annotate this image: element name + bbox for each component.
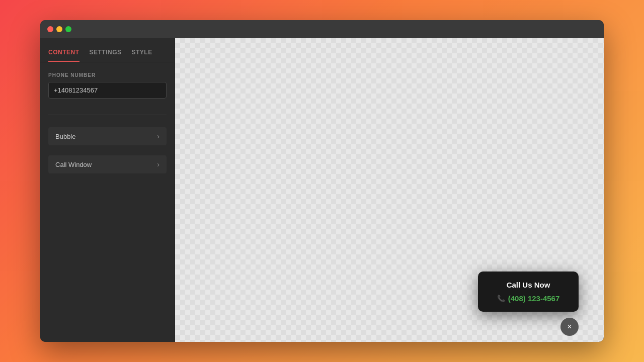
call-window-widget: Call Us Now 📞 (408) 123-4567 (478, 272, 579, 312)
tab-bar: CONTENT SETTINGS STYLE (40, 38, 175, 62)
sidebar-body: PHONE NUMBER Bubble › Call Window › (40, 62, 175, 186)
phone-number-label: PHONE NUMBER (48, 72, 167, 78)
accordion-bubble[interactable]: Bubble › (48, 127, 167, 145)
phone-number-input[interactable] (48, 82, 167, 99)
call-window-title: Call Us Now (486, 281, 571, 289)
section-divider (48, 115, 167, 115)
accordion-call-window-label: Call Window (55, 161, 92, 168)
close-icon: × (567, 322, 572, 331)
title-bar (40, 20, 604, 38)
tab-content[interactable]: CONTENT (48, 49, 79, 62)
phone-number-field-group: PHONE NUMBER (48, 72, 167, 99)
phone-icon: 📞 (497, 295, 505, 302)
preview-area: Call Us Now 📞 (408) 123-4567 × (175, 38, 604, 342)
maximize-traffic-light[interactable] (65, 26, 71, 32)
tab-settings[interactable]: SETTINGS (90, 49, 122, 62)
close-traffic-light[interactable] (47, 26, 53, 32)
accordion-call-window[interactable]: Call Window › (48, 155, 167, 173)
close-call-window-button[interactable]: × (560, 318, 579, 336)
browser-window: CONTENT SETTINGS STYLE PHONE NUMBER Bubb… (40, 20, 604, 342)
traffic-lights (47, 26, 71, 32)
chevron-right-icon-2: › (157, 160, 159, 168)
call-window-phone-number: (408) 123-4567 (508, 294, 560, 303)
main-content: CONTENT SETTINGS STYLE PHONE NUMBER Bubb… (40, 38, 604, 342)
sidebar-panel: CONTENT SETTINGS STYLE PHONE NUMBER Bubb… (40, 38, 175, 342)
minimize-traffic-light[interactable] (56, 26, 62, 32)
call-window-number[interactable]: 📞 (408) 123-4567 (486, 294, 571, 303)
tab-style[interactable]: STYLE (132, 49, 152, 62)
accordion-bubble-label: Bubble (55, 133, 75, 140)
chevron-right-icon: › (157, 132, 159, 140)
